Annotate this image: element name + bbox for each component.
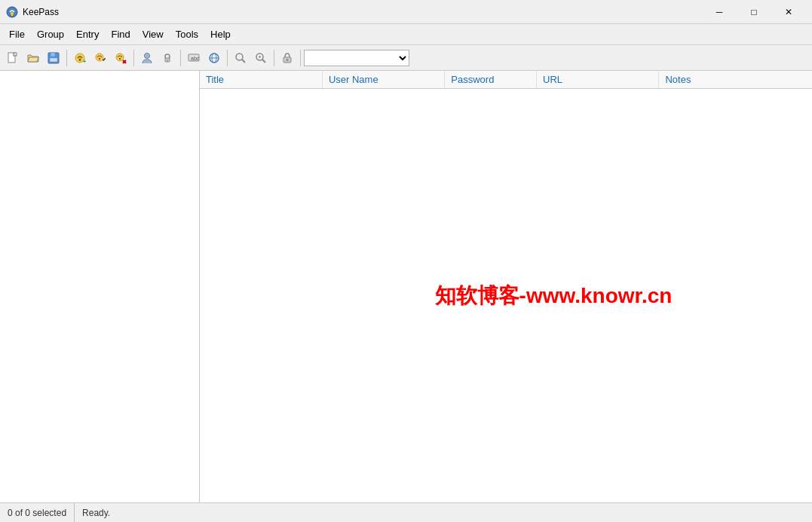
menu-tools[interactable]: Tools: [170, 26, 204, 42]
add-entry-button[interactable]: +: [70, 48, 90, 68]
delete-entry-button[interactable]: [111, 48, 130, 68]
svg-point-12: [96, 53, 103, 61]
svg-rect-2: [11, 14, 13, 16]
svg-point-27: [236, 53, 243, 60]
close-button[interactable]: ✕: [771, 0, 806, 24]
edit-entry-icon: [94, 52, 106, 64]
toolbar-separator-5: [274, 50, 274, 66]
entries-table: Title User Name Password URL Notes: [200, 71, 812, 89]
menu-group[interactable]: Group: [31, 26, 70, 42]
svg-rect-10: [79, 60, 80, 61]
svg-rect-4: [14, 53, 17, 56]
menu-entry[interactable]: Entry: [70, 26, 105, 42]
svg-point-15: [119, 57, 121, 59]
col-username[interactable]: User Name: [322, 71, 444, 89]
find-in-icon: [255, 52, 267, 64]
toolbar-separator-2: [133, 50, 134, 66]
menu-find[interactable]: Find: [105, 26, 136, 42]
edit-entry-button[interactable]: [90, 48, 110, 68]
search-button[interactable]: [231, 48, 250, 68]
open-url-button[interactable]: [204, 48, 224, 68]
new-icon: [7, 52, 19, 64]
svg-line-28: [242, 60, 245, 63]
svg-point-14: [116, 53, 124, 61]
toolbar-separator-3: [180, 50, 181, 66]
status-selection: 0 of 0 selected: [0, 503, 75, 522]
toolbar-separator-1: [66, 50, 67, 66]
new-button[interactable]: [3, 48, 23, 68]
table-header-row: Title User Name Password URL Notes: [200, 71, 812, 89]
search-icon: [234, 52, 247, 64]
find-in-button[interactable]: [251, 48, 271, 68]
copy-username-button[interactable]: [137, 48, 157, 68]
svg-rect-21: [167, 60, 168, 61]
save-icon: [47, 52, 60, 64]
copy-password-button[interactable]: [158, 48, 177, 68]
toolbar-dropdown[interactable]: [304, 50, 409, 66]
entries-panel: Title User Name Password URL Notes: [200, 71, 812, 502]
menu-bar: File Group Entry Find View Tools Help: [0, 24, 812, 45]
open-icon: [27, 52, 39, 64]
lock-icon: [281, 52, 293, 64]
app-title: KeePass: [23, 7, 59, 17]
app-icon: [6, 6, 18, 18]
main-content: Title User Name Password URL Notes: [0, 71, 812, 502]
groups-panel[interactable]: [0, 71, 200, 502]
maximize-button[interactable]: □: [737, 0, 771, 24]
toolbar-separator-4: [227, 50, 228, 66]
col-url[interactable]: URL: [537, 71, 659, 89]
toolbar-separator-6: [300, 50, 301, 66]
open-url-icon: [208, 52, 220, 64]
lock-button[interactable]: [277, 48, 297, 68]
auto-type-icon: abc: [188, 52, 200, 64]
minimize-button[interactable]: ─: [702, 0, 737, 24]
copy-password-icon: [161, 52, 173, 64]
add-entry-icon: +: [74, 52, 86, 64]
col-password[interactable]: Password: [445, 71, 537, 89]
entries-empty-area: 知软博客-www.knowr.cn: [200, 89, 812, 502]
watermark: 知软博客-www.knowr.cn: [435, 282, 673, 310]
copy-username-icon: [141, 52, 153, 64]
menu-help[interactable]: Help: [204, 26, 237, 42]
window-controls: ─ □ ✕: [702, 0, 806, 24]
status-message: Ready.: [75, 503, 118, 522]
svg-point-34: [286, 59, 289, 61]
title-bar: KeePass ─ □ ✕: [0, 0, 812, 24]
auto-type-button[interactable]: abc: [184, 48, 204, 68]
toolbar: +: [0, 45, 812, 71]
col-title[interactable]: Title: [200, 71, 322, 89]
delete-entry-icon: [115, 52, 127, 64]
svg-point-13: [99, 57, 100, 59]
menu-view[interactable]: View: [136, 26, 170, 42]
svg-point-18: [145, 53, 150, 58]
svg-text:abc: abc: [191, 56, 200, 61]
status-bar: 0 of 0 selected Ready.: [0, 502, 812, 522]
col-notes[interactable]: Notes: [659, 71, 812, 89]
svg-text:+: +: [83, 59, 86, 64]
save-button[interactable]: [44, 48, 63, 68]
svg-line-30: [262, 60, 265, 63]
menu-file[interactable]: File: [3, 26, 31, 42]
svg-rect-6: [51, 53, 55, 56]
open-button[interactable]: [23, 48, 43, 68]
svg-rect-7: [50, 58, 57, 62]
